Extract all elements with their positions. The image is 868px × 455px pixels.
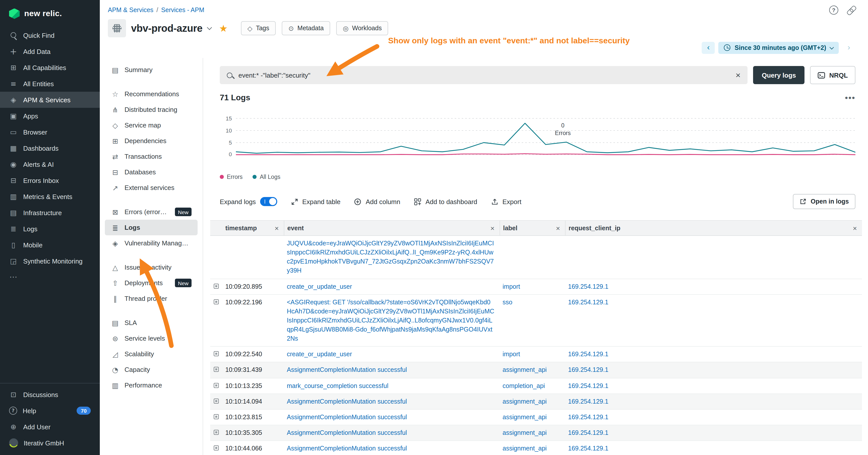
entity-sidebar-item[interactable]: ⊟ Databases	[105, 164, 197, 180]
query-logs-button[interactable]: Query logs	[753, 66, 805, 84]
add-column-button[interactable]: Add column	[354, 198, 400, 205]
log-row[interactable]: 10:10:35.305 AssignmentCompletionMutatio…	[210, 425, 862, 441]
entity-sidebar-item[interactable]: ▥ Performance	[105, 378, 197, 393]
log-event-link[interactable]: AssignmentCompletionMutation successful	[287, 398, 407, 405]
log-event-link[interactable]: mark_course_completion successful	[287, 382, 389, 389]
entity-sidebar-item[interactable]: ⇄ Transactions	[105, 149, 197, 164]
log-ip-link[interactable]: 169.254.129.1	[568, 382, 609, 389]
row-detail-icon[interactable]	[214, 299, 219, 304]
log-ip-link[interactable]: 169.254.129.1	[568, 351, 609, 358]
sidebar-bottom-item[interactable]: ? Help 70	[0, 402, 100, 419]
sidebar-item[interactable]: ▭ Browser	[0, 124, 100, 140]
entity-sidebar-item[interactable]: ↗ External services	[105, 180, 197, 195]
log-label-link[interactable]: assignment_api	[502, 414, 547, 421]
remove-column-icon[interactable]: ×	[275, 225, 279, 231]
legend-errors[interactable]: Errors	[220, 174, 243, 180]
log-label-link[interactable]: completion_api	[502, 382, 545, 389]
row-detail-icon[interactable]	[214, 430, 219, 435]
chart-plot-area[interactable]: 0 Errors	[236, 116, 856, 158]
sidebar-item[interactable]: + Add Data	[0, 43, 100, 60]
sidebar-item[interactable]: ▦ Dashboards	[0, 140, 100, 156]
log-row[interactable]: 10:10:23.815 AssignmentCompletionMutatio…	[210, 410, 862, 425]
export-button[interactable]: Export	[491, 198, 522, 205]
entity-sidebar-item[interactable]: ◔ Capacity	[105, 362, 197, 378]
workloads-button[interactable]: ◎ Workloads	[336, 21, 388, 35]
help-circle-icon[interactable]	[829, 5, 838, 14]
add-to-dashboard-button[interactable]: Add to dashboard	[414, 198, 477, 205]
remove-column-icon[interactable]: ×	[853, 225, 857, 231]
sidebar-item[interactable]: ▯ Mobile	[0, 237, 100, 253]
log-query-input[interactable]	[238, 71, 731, 79]
remove-column-icon[interactable]: ×	[491, 225, 495, 231]
nrql-button[interactable]: NRQL	[810, 66, 856, 84]
log-label-link[interactable]: import	[502, 283, 520, 290]
log-event-link[interactable]: JUQVU&code=eyJraWQiOiJjcGltY29yZV8wOTl1M…	[287, 240, 494, 274]
sidebar-item[interactable]: ⊟ Errors Inbox	[0, 172, 100, 189]
sidebar-item[interactable]: ≣ Logs	[0, 221, 100, 237]
sidebar-item[interactable]: Quick Find	[0, 27, 100, 43]
sidebar-item[interactable]: ≡ All Entities	[0, 75, 100, 92]
log-ip-link[interactable]: 169.254.129.1	[568, 429, 609, 436]
log-label-link[interactable]: sso	[502, 298, 513, 305]
log-row[interactable]: JUQVU&code=eyJraWQiOiJjcGltY29yZV8wOTl1M…	[210, 236, 862, 279]
row-detail-icon[interactable]	[214, 352, 219, 357]
log-label-link[interactable]: import	[502, 351, 520, 358]
sidebar-item[interactable]: ⊞ All Capabilities	[0, 60, 100, 75]
entity-sidebar-item[interactable]: ◈ Vulnerability Management	[105, 235, 197, 251]
tags-button[interactable]: ◇ Tags	[241, 21, 276, 35]
permalink-icon[interactable]	[845, 4, 857, 16]
row-detail-icon[interactable]	[214, 414, 219, 419]
log-ip-link[interactable]: 169.254.129.1	[568, 414, 609, 421]
log-row[interactable]: 10:09:22.196 <ASGIRequest: GET '/sso/cal…	[210, 294, 862, 347]
more-menu-button[interactable]: •••	[845, 94, 856, 102]
entity-sidebar-item[interactable]: ◿ Scalability	[105, 346, 197, 362]
time-forward-button[interactable]: ›	[842, 41, 856, 54]
sidebar-bottom-item[interactable]: Iterativ GmbH	[0, 435, 100, 451]
entity-switcher-chevron-icon[interactable]	[207, 25, 212, 30]
log-ip-link[interactable]: 169.254.129.1	[568, 445, 609, 452]
entity-sidebar-item[interactable]: ∥ Thread profiler	[105, 291, 197, 306]
sidebar-bottom-item[interactable]: ⊕ Add User	[0, 419, 100, 435]
log-label-link[interactable]: assignment_api	[502, 445, 547, 452]
log-ip-link[interactable]: 169.254.129.1	[568, 298, 609, 305]
log-row[interactable]: 10:10:13.235 mark_course_completion succ…	[210, 378, 862, 394]
expand-logs-toggle[interactable]	[260, 197, 277, 206]
sidebar-item[interactable]: ▥ Metrics & Events	[0, 189, 100, 204]
log-row[interactable]: 10:09:31.439 AssignmentCompletionMutatio…	[210, 362, 862, 378]
sidebar-item[interactable]: ▣ Apps	[0, 108, 100, 124]
log-label-link[interactable]: assignment_api	[502, 366, 547, 373]
open-in-logs-button[interactable]: Open in logs	[793, 194, 856, 209]
log-label-link[interactable]: assignment_api	[502, 429, 547, 436]
legend-all-logs[interactable]: All Logs	[253, 174, 280, 180]
log-ip-link[interactable]: 169.254.129.1	[568, 283, 609, 290]
entity-sidebar-item[interactable]: ⋔ Distributed tracing	[105, 102, 197, 118]
entity-sidebar-item[interactable]: ▤ SLA	[105, 315, 197, 330]
column-header-event[interactable]: event ×	[284, 221, 499, 235]
log-label-link[interactable]: assignment_api	[502, 398, 547, 405]
breadcrumb-services-apm[interactable]: Services - APM	[161, 6, 205, 13]
log-event-link[interactable]: AssignmentCompletionMutation successful	[287, 445, 407, 452]
metadata-button[interactable]: ⊙ Metadata	[282, 21, 330, 35]
entity-sidebar-item[interactable]: ⊠ Errors (errors inb... New	[105, 204, 197, 220]
sidebar-item[interactable]: ◈ APM & Services	[0, 92, 100, 108]
entity-sidebar-item[interactable]: ≣ Logs	[105, 220, 197, 235]
log-event-link[interactable]: create_or_update_user	[287, 351, 352, 358]
entity-sidebar-item[interactable]: △ Issues & activity	[105, 260, 197, 275]
row-detail-icon[interactable]	[214, 284, 219, 289]
entity-sidebar-item[interactable]: ⊞ Dependencies	[105, 133, 197, 149]
log-event-link[interactable]: AssignmentCompletionMutation successful	[287, 429, 407, 436]
time-picker[interactable]: Since 30 minutes ago (GMT+2)	[718, 41, 839, 54]
sidebar-bottom-item[interactable]: ⊡ Discussions	[0, 387, 100, 402]
entity-sidebar-item[interactable]: ☆ Recommendations	[105, 86, 197, 102]
log-row[interactable]: 10:09:22.540 create_or_update_user impor…	[210, 347, 862, 362]
log-row[interactable]: 10:10:44.066 AssignmentCompletionMutatio…	[210, 441, 862, 455]
log-row[interactable]: 10:09:20.895 create_or_update_user impor…	[210, 279, 862, 294]
sidebar-item[interactable]: ◲ Synthetic Monitoring	[0, 253, 100, 269]
log-ip-link[interactable]: 169.254.129.1	[568, 398, 609, 405]
entity-sidebar-item[interactable]: ⊜ Service levels	[105, 330, 197, 346]
entity-sidebar-item[interactable]: ⇧ Deployments New	[105, 275, 197, 291]
clear-query-icon[interactable]: ×	[736, 71, 741, 79]
time-back-button[interactable]: ‹	[702, 41, 715, 54]
entity-sidebar-item[interactable]: ▤ Summary	[105, 62, 197, 77]
column-header-timestamp[interactable]: timestamp ×	[222, 221, 284, 235]
